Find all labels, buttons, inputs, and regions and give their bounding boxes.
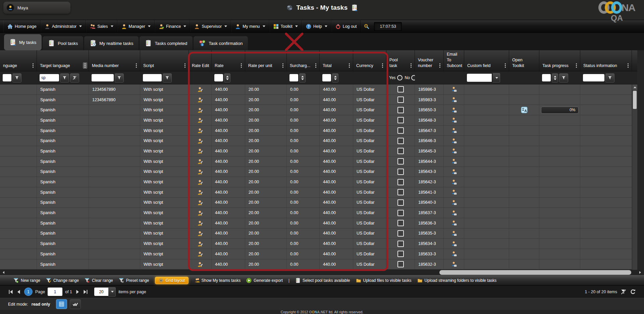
- pool-task-checkbox[interactable]: [397, 210, 404, 216]
- column-header-rate[interactable]: Rate: [212, 50, 245, 71]
- rate-edit-icon[interactable]: [197, 251, 203, 257]
- refresh-button[interactable]: [630, 289, 636, 295]
- email-person-icon[interactable]: [451, 220, 457, 226]
- column-header-media-number[interactable]: Media number: [89, 50, 140, 71]
- tab-my-tasks[interactable]: My tasks: [4, 34, 42, 50]
- table-row[interactable]: SpanishWith script440.0020.000.00440.00U…: [0, 177, 637, 187]
- table-row[interactable]: SpanishWith script440.0020.000.00440.00U…: [0, 126, 637, 136]
- nav-item-manager[interactable]: Manager: [117, 20, 155, 33]
- pool-task-checkbox[interactable]: [397, 138, 404, 144]
- filter-funnel-button[interactable]: [12, 73, 21, 82]
- email-person-icon[interactable]: [451, 148, 457, 154]
- rate-edit-icon[interactable]: [197, 241, 203, 247]
- column-menu-icon[interactable]: [574, 62, 579, 69]
- rate-edit-icon[interactable]: [197, 179, 203, 185]
- user-chip[interactable]: Maya: [3, 2, 70, 14]
- nav-item-my-menu[interactable]: My menu: [231, 20, 269, 33]
- column-menu-icon[interactable]: [31, 62, 35, 69]
- nav-item-administrator[interactable]: Administrator: [41, 20, 86, 33]
- pool-task-checkbox[interactable]: [397, 189, 404, 195]
- filter-input-surcharge[interactable]: [289, 74, 298, 81]
- column-header-rate-per-unit[interactable]: Rate per unit: [245, 50, 287, 71]
- filter-funnel-button[interactable]: [115, 73, 124, 82]
- page-size-input[interactable]: [94, 288, 108, 296]
- pool-task-checkbox[interactable]: [397, 86, 404, 92]
- search-button[interactable]: [361, 20, 373, 33]
- column-header-script[interactable]: Script: [140, 50, 189, 71]
- toolbar-show-my-teams-tasks[interactable]: Show My teams tasks: [194, 278, 241, 283]
- translate-icon[interactable]: [521, 107, 528, 113]
- filter-input-task-progress[interactable]: [542, 74, 551, 81]
- rate-edit-icon[interactable]: [197, 117, 203, 123]
- email-person-icon[interactable]: [451, 169, 457, 175]
- pool-task-checkbox[interactable]: [397, 230, 404, 237]
- rate-edit-icon[interactable]: [197, 148, 203, 154]
- filter-input-media-number[interactable]: [92, 74, 114, 81]
- pool-task-checkbox[interactable]: [397, 241, 404, 247]
- column-menu-icon[interactable]: [380, 62, 385, 69]
- nav-item-supervisor[interactable]: Supervisor: [190, 20, 231, 33]
- filter-input-status-information[interactable]: [583, 74, 604, 81]
- rate-edit-icon[interactable]: [197, 220, 203, 226]
- column-menu-icon[interactable]: [281, 62, 285, 69]
- filter-input-script[interactable]: [143, 74, 162, 81]
- filter-spinner[interactable]: [299, 73, 306, 82]
- nav-item-sales[interactable]: Sales: [86, 20, 117, 33]
- email-person-icon[interactable]: [451, 138, 457, 144]
- column-header-total[interactable]: Total: [320, 50, 353, 71]
- column-header-status-information[interactable]: Status information: [580, 50, 632, 71]
- first-page-button[interactable]: [8, 289, 13, 295]
- column-header-custom-field[interactable]: Custom field: [464, 50, 509, 71]
- email-person-icon[interactable]: [451, 189, 457, 195]
- scroll-up-arrow[interactable]: [632, 84, 637, 90]
- tab-pool-tasks[interactable]: Pool tasks: [43, 36, 83, 50]
- table-row[interactable]: Spanish1234567890With script440.0020.000…: [0, 84, 637, 95]
- email-person-icon[interactable]: [451, 200, 457, 205]
- email-person-icon[interactable]: [451, 210, 457, 216]
- email-person-icon[interactable]: [451, 117, 457, 123]
- pool-task-checkbox[interactable]: [397, 169, 404, 175]
- email-person-icon[interactable]: [451, 179, 457, 185]
- email-person-icon[interactable]: [451, 159, 457, 164]
- pool-task-checkbox[interactable]: [397, 220, 404, 226]
- column-menu-icon[interactable]: [239, 62, 244, 69]
- pool-task-checkbox[interactable]: [397, 251, 404, 257]
- column-menu-icon[interactable]: [438, 62, 442, 69]
- column-menu-icon[interactable]: [83, 62, 87, 69]
- custom-field-select[interactable]: [467, 74, 492, 82]
- email-person-icon[interactable]: [451, 107, 457, 113]
- pool-task-checkbox[interactable]: [397, 261, 404, 267]
- next-page-button[interactable]: [75, 289, 80, 295]
- table-row[interactable]: SpanishWith script440.0020.000.00440.00U…: [0, 208, 637, 218]
- tab-my-realtime-tasks[interactable]: My realtime tasks: [84, 36, 139, 50]
- rate-edit-icon[interactable]: [197, 97, 203, 103]
- nav-item-home-page[interactable]: Home page: [3, 20, 41, 33]
- custom-field-dropdown-button[interactable]: [493, 73, 500, 82]
- table-row[interactable]: SpanishWith script440.0020.000.00440.00U…: [0, 259, 637, 270]
- rate-edit-icon[interactable]: [197, 107, 203, 113]
- page-size-dropdown-button[interactable]: [108, 287, 116, 297]
- toolbar-change-range[interactable]: Change range: [46, 278, 79, 283]
- nav-item-toolkit[interactable]: Toolkit: [269, 20, 302, 33]
- email-person-icon[interactable]: [451, 231, 457, 236]
- rate-edit-icon[interactable]: [197, 128, 203, 133]
- table-row[interactable]: SpanishWith script440.0020.000.00440.00U…: [0, 239, 637, 249]
- table-row[interactable]: SpanishWith script440.0020.000.00440.00U…: [0, 136, 637, 146]
- rate-edit-icon[interactable]: [197, 210, 203, 216]
- current-page-indicator[interactable]: 1: [24, 288, 33, 296]
- table-row[interactable]: SpanishWith script440.0020.000.00440.00U…: [0, 187, 637, 198]
- pool-task-checkbox[interactable]: [397, 117, 404, 123]
- toolbar-generate-export[interactable]: Generate export: [246, 278, 283, 283]
- table-row[interactable]: SpanishWith script440.0020.000.00440.00U…: [0, 218, 637, 229]
- pool-task-checkbox[interactable]: [397, 158, 404, 165]
- filter-spinner[interactable]: [332, 73, 338, 82]
- last-page-button[interactable]: [83, 289, 88, 295]
- table-row[interactable]: SpanishWith script440.0020.000.00440.00U…: [0, 229, 637, 239]
- filter-input-total[interactable]: [322, 74, 331, 81]
- clear-filters-icon[interactable]: [621, 289, 627, 295]
- filter-funnel-button[interactable]: [559, 73, 568, 82]
- column-header-currency[interactable]: Currency: [353, 50, 386, 71]
- pool-task-checkbox[interactable]: [397, 199, 404, 206]
- rate-edit-icon[interactable]: [197, 86, 203, 92]
- filter-spinner[interactable]: [224, 73, 230, 82]
